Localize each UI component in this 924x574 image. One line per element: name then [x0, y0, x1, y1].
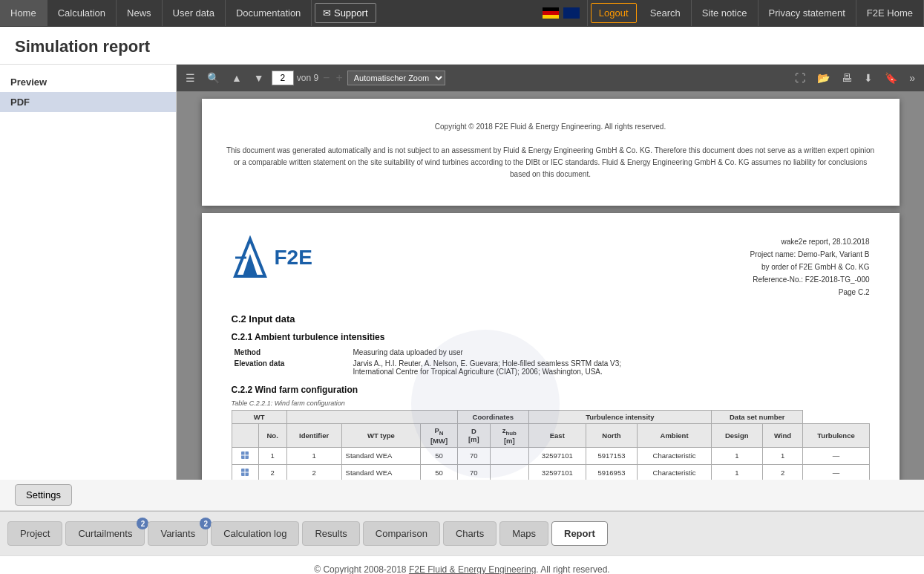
pdf-copyright: Copyright © 2018 F2E Fluid & Energy Engi… — [224, 114, 877, 191]
th-ambient: Ambient — [638, 424, 712, 448]
td-design-1: 1 — [711, 447, 762, 464]
tab-badge-curtailments: 2 — [137, 518, 148, 529]
td-ambient-2: Characteristic — [638, 464, 712, 480]
sidebar-item-pdf[interactable]: PDF — [0, 92, 176, 112]
nav-site-notice[interactable]: Site notice — [692, 0, 758, 26]
flag-english[interactable] — [563, 7, 580, 19]
table-row: 1 1 Standard WEA 50 70 32597101 5917153 … — [232, 447, 869, 464]
td-zhub-1 — [490, 447, 528, 464]
elevation-label: Elevation data — [232, 358, 350, 377]
fullscreen-btn[interactable]: ⛶ — [790, 69, 810, 87]
pdf-info-table: Method Measuring data uploaded by user E… — [232, 347, 870, 377]
open-file-btn[interactable]: 📂 — [813, 69, 834, 87]
tab-project[interactable]: Project — [7, 521, 62, 546]
turbine-icon-2 — [240, 467, 250, 477]
td-wind-2: 2 — [762, 464, 803, 480]
tab-maps[interactable]: Maps — [499, 521, 548, 546]
td-east-2: 32597101 — [528, 464, 586, 480]
nav-calculation[interactable]: Calculation — [47, 0, 117, 26]
tab-comparison[interactable]: Comparison — [363, 521, 440, 546]
th-no — [232, 424, 258, 448]
th-north: North — [586, 424, 637, 448]
footer-company-link[interactable]: F2E Fluid & Energy Engineering — [409, 564, 536, 575]
td-pn-2: 50 — [421, 464, 457, 480]
nav-search[interactable]: Search — [640, 0, 692, 26]
sep2: + — [334, 71, 344, 85]
sidebar-header: Preview — [0, 72, 176, 92]
tab-charts[interactable]: Charts — [443, 521, 497, 546]
td-north-1: 5917153 — [586, 447, 637, 464]
pdf-subsection-1-title: C.2.1 Ambient turbulence intensities — [232, 332, 870, 342]
th-no2: No. — [258, 424, 286, 448]
td-turbulence-2: — — [803, 464, 869, 480]
bookmark-btn[interactable]: 🔖 — [880, 69, 902, 87]
pdf-page-1: Copyright © 2018 F2E Fluid & Energy Engi… — [202, 99, 900, 206]
th-pn: PN[MW] — [421, 424, 457, 448]
pdf-table-label: Table C.2.2.1: Wind farm configuration — [232, 399, 870, 407]
td-ambient-1: Characteristic — [638, 447, 712, 464]
nav-home[interactable]: Home — [0, 0, 47, 26]
td-turbine-icon-1 — [232, 447, 258, 464]
footer-copyright: © Copyright 2008-2018 — [314, 564, 406, 575]
page-number-input[interactable] — [272, 71, 294, 85]
nav-user-data[interactable]: User data — [163, 0, 226, 26]
page-total-label: von 9 — [297, 73, 318, 83]
th-turb: Turbulence — [803, 424, 869, 448]
tab-report[interactable]: Report — [551, 521, 608, 546]
toggle-sidebar-btn[interactable]: ☰ — [181, 69, 200, 87]
search-pdf-btn[interactable]: 🔍 — [203, 69, 224, 87]
pdf-viewer-wrapper: ☰ 🔍 ▲ ▼ von 9 − + Automatischer Zoom ⛶ 📂… — [177, 65, 924, 480]
td-zhub-2 — [490, 464, 528, 480]
pdf-page-header: F2E wake2e report, 28.10.2018 Project na… — [232, 235, 870, 299]
th-empty — [286, 411, 457, 424]
th-wt-type: WT type — [341, 424, 421, 448]
nav-support[interactable]: ✉ Support — [315, 3, 376, 23]
th-east: East — [528, 424, 586, 448]
download-btn[interactable]: ⬇ — [859, 69, 877, 87]
sep1: − — [321, 71, 331, 85]
prev-page-btn[interactable]: ▲ — [227, 69, 246, 87]
settings-row: Settings — [0, 480, 924, 511]
zoom-select[interactable]: Automatischer Zoom — [347, 71, 445, 85]
tab-curtailments[interactable]: Curtailments 2 — [65, 521, 145, 546]
pdf-wf-table: WT Coordinates Turbulence intensity Data… — [232, 410, 870, 480]
main-content: Preview PDF ☰ 🔍 ▲ ▼ von 9 − + Automatisc… — [0, 65, 924, 480]
nav-privacy[interactable]: Privacy statement — [758, 0, 856, 26]
flag-german[interactable] — [543, 7, 559, 19]
turbine-icon-1 — [240, 450, 250, 460]
tab-calculation-log[interactable]: Calculation log — [211, 521, 299, 546]
th-design: Design — [711, 424, 762, 448]
td-type-2: Standard WEA — [341, 464, 421, 480]
th-wt: WT — [232, 411, 286, 424]
th-zhub: zhub[m] — [490, 424, 528, 448]
print-btn[interactable]: 🖶 — [837, 69, 856, 87]
footer-rights: . All right reserved. — [536, 564, 609, 575]
nav-logout[interactable]: Logout — [591, 3, 637, 23]
pdf-section-title: C.2 Input data — [232, 313, 870, 324]
tab-variants[interactable]: Variants 2 — [148, 521, 208, 546]
pdf-subsection-2-title: C.2.2 Wind farm configuration — [232, 385, 870, 395]
td-type-1: Standard WEA — [341, 447, 421, 464]
th-d: D[m] — [457, 424, 490, 448]
next-page-btn[interactable]: ▼ — [249, 69, 269, 87]
td-north-2: 5916953 — [586, 464, 637, 480]
f2e-logo-text: F2E — [275, 246, 312, 270]
nav-news[interactable]: News — [117, 0, 163, 26]
tab-badge-variants: 2 — [200, 518, 212, 529]
sidebar: Preview PDF — [0, 65, 177, 480]
elevation-value: Jarvis A., H.I. Reuter, A. Nelson, E. Gu… — [350, 358, 870, 377]
th-coords: Coordinates — [457, 411, 528, 424]
th-identifier: Identifier — [286, 424, 341, 448]
th-dataset: Data set number — [711, 411, 802, 424]
td-d-2: 70 — [457, 464, 490, 480]
settings-button[interactable]: Settings — [15, 484, 72, 506]
pdf-area[interactable]: Copyright © 2018 F2E Fluid & Energy Engi… — [177, 91, 924, 480]
pdf-report-info: wake2e report, 28.10.2018 Project name: … — [750, 235, 870, 299]
more-tools-btn[interactable]: » — [905, 69, 920, 87]
nav-documentation[interactable]: Documentation — [226, 0, 312, 26]
top-navigation: Home Calculation News User data Document… — [0, 0, 924, 27]
nav-f2e-home[interactable]: F2E Home — [856, 0, 924, 26]
f2e-logo-icon — [232, 235, 269, 280]
tab-results[interactable]: Results — [302, 521, 359, 546]
td-design-2: 1 — [711, 464, 762, 480]
